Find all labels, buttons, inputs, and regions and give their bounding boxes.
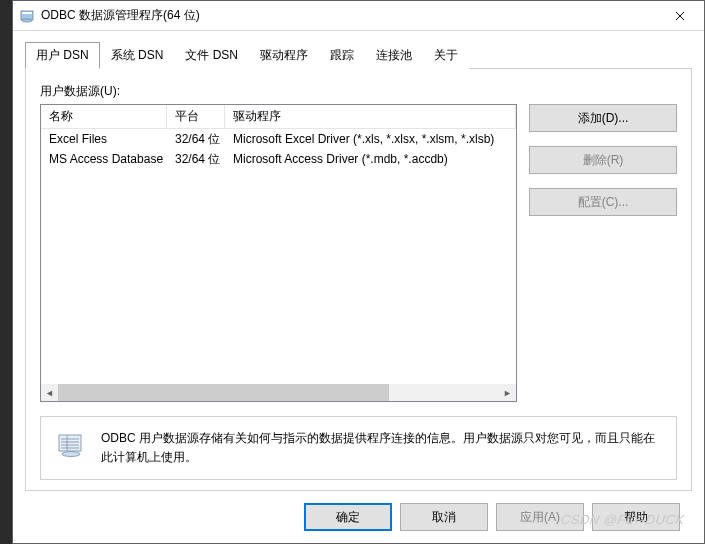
list-label: 用户数据源(U):: [40, 83, 677, 100]
tab-panel: 用户数据源(U): 名称 平台 驱动程序 Excel Files 32/64 位…: [25, 68, 692, 491]
svg-point-9: [62, 451, 80, 456]
scroll-right-arrow[interactable]: ►: [499, 384, 516, 401]
tab-about[interactable]: 关于: [423, 42, 469, 69]
info-box: ODBC 用户数据源存储有关如何与指示的数据提供程序连接的信息。用户数据源只对您…: [40, 416, 677, 480]
tab-drivers[interactable]: 驱动程序: [249, 42, 319, 69]
cell-name: Excel Files: [41, 132, 167, 146]
cell-name: MS Access Database: [41, 152, 167, 166]
scroll-thumb[interactable]: [58, 384, 389, 401]
table-row[interactable]: MS Access Database 32/64 位 Microsoft Acc…: [41, 149, 516, 169]
remove-button[interactable]: 删除(R): [529, 146, 677, 174]
ok-button[interactable]: 确定: [304, 503, 392, 531]
table-row[interactable]: Excel Files 32/64 位 Microsoft Excel Driv…: [41, 129, 516, 149]
scroll-track[interactable]: [58, 384, 499, 401]
close-button[interactable]: [657, 1, 702, 30]
tab-user-dsn[interactable]: 用户 DSN: [25, 42, 100, 69]
tab-connection-pool[interactable]: 连接池: [365, 42, 423, 69]
titlebar: ODBC 数据源管理程序(64 位): [13, 1, 704, 31]
horizontal-scrollbar[interactable]: ◄ ►: [41, 384, 516, 401]
help-button[interactable]: 帮助: [592, 503, 680, 531]
side-buttons: 添加(D)... 删除(R) 配置(C)...: [529, 104, 677, 402]
col-header-name[interactable]: 名称: [41, 105, 167, 128]
cell-driver: Microsoft Excel Driver (*.xls, *.xlsx, *…: [225, 132, 516, 146]
col-header-platform[interactable]: 平台: [167, 105, 225, 128]
list-header: 名称 平台 驱动程序: [41, 105, 516, 129]
col-header-driver[interactable]: 驱动程序: [225, 105, 516, 128]
tabstrip: 用户 DSN 系统 DSN 文件 DSN 驱动程序 跟踪 连接池 关于: [25, 42, 692, 69]
list-body: Excel Files 32/64 位 Microsoft Excel Driv…: [41, 129, 516, 384]
data-source-list[interactable]: 名称 平台 驱动程序 Excel Files 32/64 位 Microsoft…: [40, 104, 517, 402]
apply-button[interactable]: 应用(A): [496, 503, 584, 531]
window: ODBC 数据源管理程序(64 位) 用户 DSN 系统 DSN 文件 DSN …: [12, 0, 705, 544]
tab-file-dsn[interactable]: 文件 DSN: [174, 42, 249, 69]
dialog-footer: 确定 取消 应用(A) 帮助: [25, 491, 692, 531]
app-icon: [19, 8, 35, 24]
svg-rect-3: [59, 435, 81, 451]
content-area: 用户 DSN 系统 DSN 文件 DSN 驱动程序 跟踪 连接池 关于 用户数据…: [13, 31, 704, 543]
info-text: ODBC 用户数据源存储有关如何与指示的数据提供程序连接的信息。用户数据源只对您…: [101, 429, 662, 467]
svg-rect-1: [22, 12, 32, 14]
configure-button[interactable]: 配置(C)...: [529, 188, 677, 216]
add-button[interactable]: 添加(D)...: [529, 104, 677, 132]
cell-platform: 32/64 位: [167, 151, 225, 168]
tab-tracing[interactable]: 跟踪: [319, 42, 365, 69]
cancel-button[interactable]: 取消: [400, 503, 488, 531]
cell-platform: 32/64 位: [167, 131, 225, 148]
cell-driver: Microsoft Access Driver (*.mdb, *.accdb): [225, 152, 516, 166]
scroll-left-arrow[interactable]: ◄: [41, 384, 58, 401]
svg-point-2: [22, 18, 32, 21]
info-icon: [55, 429, 87, 461]
tab-system-dsn[interactable]: 系统 DSN: [100, 42, 175, 69]
window-title: ODBC 数据源管理程序(64 位): [41, 7, 657, 24]
